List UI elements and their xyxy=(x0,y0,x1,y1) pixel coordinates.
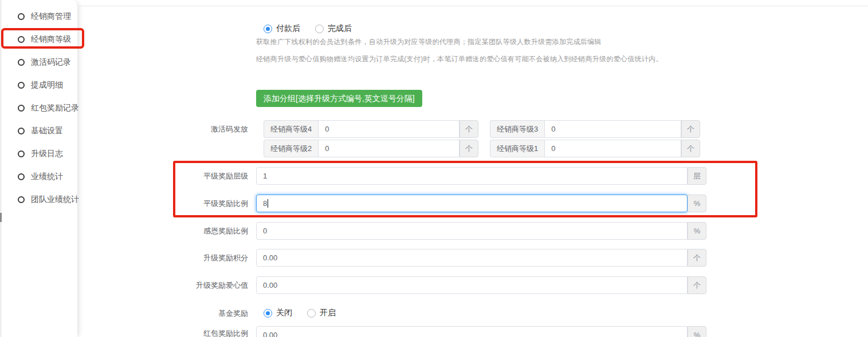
help-text-line-1: 获取推广下线权利的会员达到条件，自动升级为对应等级的代理商；指定某团队等级人数升… xyxy=(256,37,602,47)
radio-circle-icon xyxy=(18,82,25,89)
activation-input-level4[interactable] xyxy=(318,120,459,138)
upgrade-reward-love-value-input[interactable] xyxy=(256,276,688,294)
redpacket-reward-ratio-input[interactable] xyxy=(256,326,688,337)
activation-input-group-level1: 经销商等级1 个 xyxy=(490,140,700,157)
input-suffix-unit: 个 xyxy=(688,249,706,267)
upgrade-timing-radio-group: 付款后 完成后 xyxy=(264,23,352,34)
sidebar-item-label: 经销商管理 xyxy=(31,11,71,22)
form-label-peer-reward-levels: 平级奖励层级 xyxy=(76,172,248,180)
form-label-fund-reward: 基金奖励 xyxy=(76,309,248,318)
peer-reward-levels-input[interactable] xyxy=(256,167,688,185)
input-prepend-label: 经销商等级1 xyxy=(490,140,544,157)
radio-option-after-payment[interactable]: 付款后 xyxy=(264,23,300,34)
radio-label: 开启 xyxy=(320,308,336,318)
sidebar-item-upgrade-log[interactable]: 升级日志 xyxy=(2,142,77,165)
input-suffix-percent: % xyxy=(688,326,706,337)
sidebar-item-label: 经销商等级 xyxy=(31,34,71,45)
input-suffix-unit: 个 xyxy=(688,276,706,294)
redpacket-reward-ratio-group: % xyxy=(256,326,706,337)
sidebar-item-performance-stats[interactable]: 业绩统计 xyxy=(2,165,77,188)
input-prepend-label: 经销商等级3 xyxy=(490,120,544,138)
form-label-upgrade-reward-points: 升级奖励积分 xyxy=(76,253,248,262)
sidebar-item-team-performance-stats[interactable]: 团队业绩统计 xyxy=(2,188,77,211)
radio-option-closed[interactable]: 关闭 xyxy=(264,308,292,318)
radio-circle-icon xyxy=(18,13,25,20)
sidebar-item-label: 基础设置 xyxy=(31,126,63,136)
upgrade-reward-points-group: 个 xyxy=(256,249,706,267)
sidebar-item-redpacket-reward-records[interactable]: 红包奖励记录 xyxy=(2,97,77,120)
radio-circle-icon xyxy=(18,59,25,66)
sidebar-item-dealer-management[interactable]: 经销商管理 xyxy=(2,5,77,28)
text-cursor xyxy=(268,199,268,208)
radio-label: 付款后 xyxy=(276,23,300,34)
sidebar-item-label: 红包奖励记录 xyxy=(31,103,79,113)
activation-input-group-level2: 经销商等级2 个 xyxy=(264,140,478,157)
upgrade-reward-points-input[interactable] xyxy=(256,249,688,267)
peer-reward-levels-group: 层 xyxy=(256,167,706,185)
input-prepend-label: 经销商等级4 xyxy=(264,120,318,138)
sidebar-item-label: 团队业绩统计 xyxy=(31,195,79,205)
activation-input-group-level4: 经销商等级4 个 xyxy=(264,120,478,138)
form-label-upgrade-reward-love-value: 升级奖励爱心值 xyxy=(76,281,248,290)
input-suffix-unit: 个 xyxy=(459,120,478,138)
input-value: 8 xyxy=(263,199,267,208)
radio-circle-icon xyxy=(18,105,25,112)
sidebar-item-label: 激活码记录 xyxy=(31,57,71,68)
sidebar-item-activation-code-records[interactable]: 激活码记录 xyxy=(2,51,77,74)
input-suffix-unit: 个 xyxy=(681,140,700,157)
radio-unchecked-icon xyxy=(307,309,316,318)
radio-label: 完成后 xyxy=(328,23,352,34)
input-suffix-percent: % xyxy=(688,222,706,240)
input-suffix-unit: 个 xyxy=(459,140,478,157)
peer-reward-ratio-input[interactable]: 8 xyxy=(256,195,688,212)
help-text-line-2: 经销商升级与爱心值购物赠送均设置为订单完成(支付)时，本笔订单赠送的爱心值有可能… xyxy=(256,54,663,64)
radio-option-after-completion[interactable]: 完成后 xyxy=(315,23,352,34)
add-group-button[interactable]: 添加分组[选择升级方式编号,英文逗号分隔] xyxy=(256,90,422,107)
sidebar: 经销商管理 经销商等级 激活码记录 提成明细 红包奖励记录 基础设置 升级日志 … xyxy=(2,0,77,337)
sidebar-item-basic-settings[interactable]: 基础设置 xyxy=(2,120,77,142)
form-label-gratitude-reward-ratio: 感恩奖励比例 xyxy=(76,227,248,235)
sidebar-item-commission-details[interactable]: 提成明细 xyxy=(2,74,77,97)
sidebar-item-dealer-level[interactable]: 经销商等级 xyxy=(2,28,77,51)
activation-input-level3[interactable] xyxy=(544,120,681,138)
input-suffix-unit: 个 xyxy=(681,120,700,138)
gratitude-reward-ratio-group: % xyxy=(256,222,706,240)
sidebar-item-label: 提成明细 xyxy=(31,80,63,90)
sidebar-item-label: 升级日志 xyxy=(31,149,63,159)
radio-label: 关闭 xyxy=(276,308,292,318)
form-label-activation-codes: 激活码发放 xyxy=(76,125,248,133)
fund-reward-radio-group: 关闭 开启 xyxy=(264,307,336,319)
input-prepend-label: 经销商等级2 xyxy=(264,140,318,157)
radio-checked-icon xyxy=(264,25,272,33)
radio-circle-icon xyxy=(18,150,25,157)
radio-circle-icon xyxy=(18,128,25,134)
input-suffix-percent: % xyxy=(688,195,706,212)
activation-input-level1[interactable] xyxy=(544,140,681,157)
upgrade-reward-love-value-group: 个 xyxy=(256,276,706,294)
dealer-level-settings-page: { "sidebar": { "items": [ { "label": "经销… xyxy=(0,0,868,337)
content-top-divider xyxy=(78,6,868,6)
peer-reward-ratio-group: 8 % xyxy=(256,195,706,212)
page-left-border xyxy=(1,0,1,337)
radio-unchecked-icon xyxy=(315,25,324,33)
radio-circle-icon xyxy=(18,173,25,180)
radio-checked-icon xyxy=(264,309,272,318)
radio-option-open[interactable]: 开启 xyxy=(307,308,336,318)
radio-circle-icon xyxy=(18,36,25,43)
radio-circle-icon xyxy=(18,196,25,203)
gratitude-reward-ratio-input[interactable] xyxy=(256,222,688,240)
sidebar-item-label: 业绩统计 xyxy=(31,172,63,182)
form-label-redpacket-reward-ratio: 红包奖励比例 xyxy=(76,329,248,337)
input-suffix-unit: 层 xyxy=(688,167,706,185)
activation-input-level2[interactable] xyxy=(318,140,459,157)
form-label-peer-reward-ratio: 平级奖励比例 xyxy=(76,199,248,208)
activation-input-group-level3: 经销商等级3 个 xyxy=(490,120,700,138)
